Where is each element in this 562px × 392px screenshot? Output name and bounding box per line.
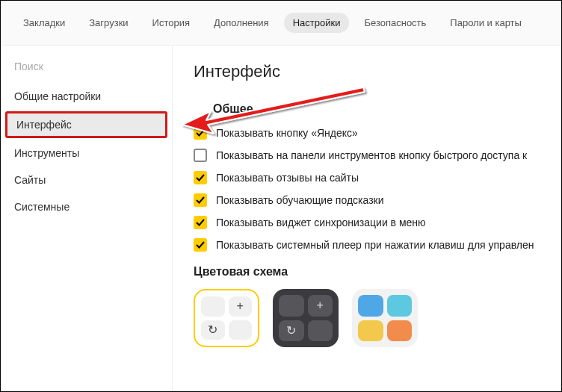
nav-history[interactable]: История [143,13,199,33]
scheme-dark[interactable]: + ↻ [273,289,339,347]
nav-downloads[interactable]: Загрузки [80,13,137,33]
sidebar-item-interface[interactable]: Интерфейс [5,111,167,138]
scheme-light[interactable]: + ↻ [194,289,259,347]
sidebar-item-tools[interactable]: Инструменты [1,140,172,167]
tile [201,296,225,317]
nav-addons[interactable]: Дополнения [205,13,278,33]
checkbox-icon[interactable] [194,149,207,162]
option-row[interactable]: Показывать обучающие подсказки [194,193,540,207]
plus-icon: + [229,296,253,317]
scheme-color[interactable] [352,289,418,347]
refresh-icon: ↻ [201,320,225,340]
page-title: Интерфейс [194,62,540,81]
checkbox-icon[interactable] [194,126,207,140]
sidebar-item-sites[interactable]: Сайты [1,167,172,193]
option-row[interactable]: Показывать системный плеер при нажатии к… [194,238,540,252]
checkbox-icon[interactable] [194,238,207,252]
option-label: Показывать отзывы на сайты [216,172,359,184]
option-label: Показывать обучающие подсказки [216,194,384,206]
sidebar-item-general[interactable]: Общие настройки [1,83,172,110]
option-label: Показывать кнопку «Яндекс» [216,127,358,139]
section-general-heading: Общее [213,102,540,116]
tile [358,295,383,317]
options-list: Показывать кнопку «Яндекс» Показывать на… [194,126,540,252]
option-label: Показывать системный плеер при нажатии к… [216,239,534,251]
checkbox-icon[interactable] [194,216,207,229]
nav-passwords[interactable]: Пароли и карты [441,13,531,33]
option-row[interactable]: Показывать отзывы на сайты [194,171,540,184]
option-label: Показывать на панели инструментов кнопку… [216,149,527,161]
plus-icon: + [308,295,333,317]
color-schemes: + ↻ + ↻ [194,289,540,347]
sidebar-item-system[interactable]: Системные [1,193,172,220]
option-label: Показывать виджет синхронизации в меню [216,217,426,228]
option-row[interactable]: Показывать на панели инструментов кнопку… [194,149,540,162]
checkbox-icon[interactable] [194,171,207,184]
option-row[interactable]: Показывать виджет синхронизации в меню [194,216,540,229]
section-color-heading: Цветовая схема [194,265,540,279]
nav-bookmarks[interactable]: Закладки [14,13,74,33]
main-content: Интерфейс Общее Показывать кнопку «Яндек… [173,46,561,392]
refresh-icon: ↻ [279,320,304,342]
nav-settings[interactable]: Настройки [284,13,350,33]
option-row[interactable]: Показывать кнопку «Яндекс» [194,126,540,140]
tile [229,320,253,340]
tile [308,320,333,342]
tile [387,295,413,317]
checkbox-icon[interactable] [194,193,207,207]
top-nav: Закладки Загрузки История Дополнения Нас… [1,1,561,46]
search-input[interactable]: Поиск [1,56,172,83]
nav-security[interactable]: Безопасность [355,13,435,33]
tile [279,295,304,317]
tile [358,320,383,342]
tile [387,320,413,342]
sidebar: Поиск Общие настройки Интерфейс Инструме… [1,46,173,392]
